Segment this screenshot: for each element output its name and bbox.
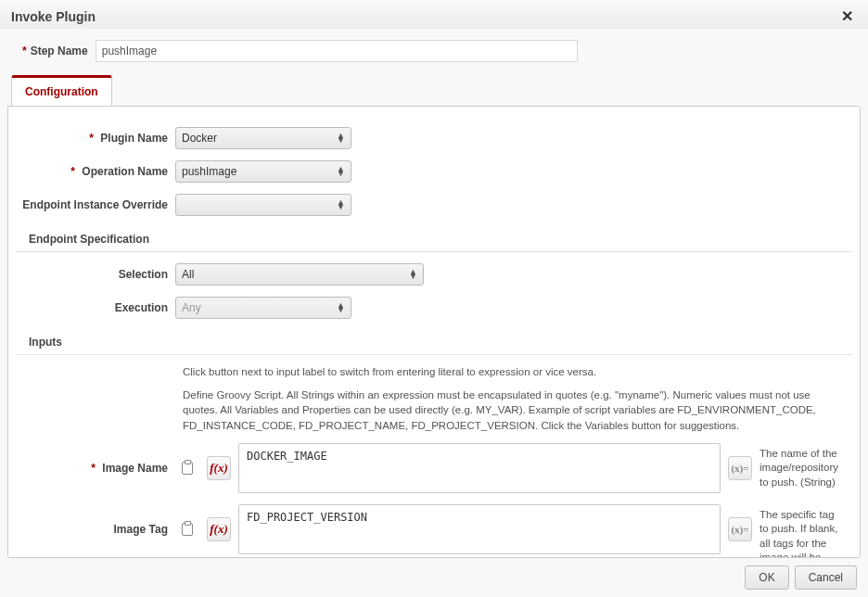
plugin-name-label-text: Plugin Name — [100, 132, 168, 145]
operation-name-label: * Operation Name — [18, 165, 175, 178]
chevron-updown-icon: ▲▼ — [337, 133, 345, 144]
dialog-title: Invoke Plugin — [11, 9, 96, 24]
operation-name-value: pushImage — [182, 165, 236, 178]
selection-value: All — [182, 268, 194, 281]
clipboard-button[interactable] — [175, 456, 199, 480]
image-name-row: * Image Name f(x) (x)= The name of the i… — [8, 438, 860, 499]
image-name-label: * Image Name — [18, 443, 175, 475]
dialog-footer: OK Cancel — [0, 558, 868, 597]
variables-button[interactable]: (x)= — [728, 456, 752, 480]
selection-label: Selection — [18, 268, 175, 281]
clipboard-icon — [182, 462, 193, 475]
chevron-updown-icon: ▲▼ — [337, 200, 345, 210]
execution-value: Any — [182, 301, 201, 314]
image-name-input[interactable] — [238, 443, 721, 493]
chevron-updown-icon: ▲▼ — [337, 167, 345, 177]
plugin-name-row: * Plugin Name Docker ▲▼ — [8, 121, 860, 155]
operation-name-row: * Operation Name pushImage ▲▼ — [8, 155, 860, 188]
execution-row: Execution Any ▲▼ — [8, 291, 860, 324]
image-name-desc: The name of the image/repository to push… — [752, 443, 841, 490]
variables-button[interactable]: (x)= — [728, 517, 752, 541]
clipboard-icon — [182, 523, 193, 536]
inputs-help-2: Define Groovy Script. All Strings within… — [8, 384, 860, 438]
step-name-row: * Step Name — [0, 29, 868, 75]
required-icon: * — [91, 462, 96, 475]
selection-row: Selection All ▲▼ — [8, 258, 860, 291]
inputs-section-header: Inputs — [16, 328, 852, 355]
image-name-label-text: Image Name — [102, 462, 168, 475]
plugin-name-value: Docker — [182, 132, 217, 145]
required-icon: * — [70, 165, 75, 178]
endpoint-section-header: Endpoint Specification — [16, 225, 852, 252]
required-icon: * — [22, 44, 27, 57]
operation-name-select[interactable]: pushImage ▲▼ — [175, 160, 351, 183]
tabs: Configuration — [0, 75, 868, 106]
invoke-plugin-dialog: Invoke Plugin ✕ * Step Name Configuratio… — [0, 0, 868, 597]
tab-configuration[interactable]: Configuration — [11, 75, 112, 106]
inputs-help-1: Click button next to input label to swit… — [8, 361, 860, 384]
fx-button[interactable]: f(x) — [207, 456, 231, 480]
plugin-name-label: * Plugin Name — [18, 132, 175, 145]
ok-button[interactable]: OK — [745, 565, 788, 590]
image-tag-desc: The specific tag to push. If blank, all … — [752, 504, 841, 558]
selection-select[interactable]: All ▲▼ — [175, 263, 424, 286]
close-icon[interactable]: ✕ — [837, 7, 857, 25]
step-name-input[interactable] — [96, 40, 578, 62]
endpoint-override-select[interactable]: ▲▼ — [175, 194, 351, 216]
image-tag-label: Image Tag — [18, 504, 175, 536]
varx-icon: (x)= — [731, 524, 748, 535]
chevron-updown-icon: ▲▼ — [409, 270, 417, 280]
chevron-updown-icon: ▲▼ — [337, 303, 345, 313]
dialog-header: Invoke Plugin ✕ — [0, 0, 868, 29]
fx-button[interactable]: f(x) — [207, 517, 231, 541]
required-icon: * — [89, 132, 94, 145]
execution-select[interactable]: Any ▲▼ — [175, 297, 351, 319]
execution-label: Execution — [18, 301, 175, 314]
cancel-button[interactable]: Cancel — [795, 565, 857, 590]
endpoint-override-label: Endpoint Instance Override — [18, 198, 175, 211]
plugin-name-select[interactable]: Docker ▲▼ — [175, 127, 351, 149]
varx-icon: (x)= — [731, 463, 748, 474]
fx-icon: f(x) — [210, 461, 228, 476]
step-name-label: Step Name — [31, 44, 88, 57]
operation-name-label-text: Operation Name — [82, 165, 168, 178]
endpoint-override-row: Endpoint Instance Override ▲▼ — [8, 188, 860, 222]
fx-icon: f(x) — [210, 522, 228, 537]
image-tag-row: Image Tag f(x) (x)= The specific tag to … — [8, 499, 860, 558]
content-panel: * Plugin Name Docker ▲▼ * Operation Name… — [7, 106, 861, 558]
image-tag-input[interactable] — [238, 504, 721, 554]
clipboard-button[interactable] — [175, 517, 199, 541]
